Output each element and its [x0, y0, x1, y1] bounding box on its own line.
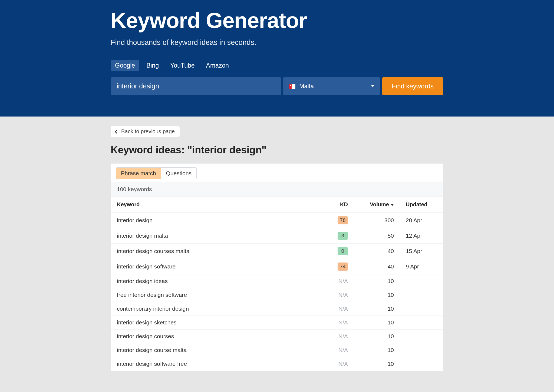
cell-kd: N/A	[324, 302, 354, 316]
cell-kd: 3	[324, 228, 354, 244]
match-tabs-row: Phrase matchQuestions	[111, 164, 443, 182]
column-header-keyword[interactable]: Keyword	[111, 197, 324, 213]
back-label: Back to previous page	[121, 128, 175, 135]
table-row: interior design7830020 Apr	[111, 213, 443, 228]
table-row: interior design courses malta04015 Apr	[111, 244, 443, 259]
table-row: interior design course maltaN/A10	[111, 343, 443, 357]
engine-tab-google[interactable]: Google	[111, 60, 139, 71]
cell-keyword[interactable]: free interior design software	[111, 288, 324, 302]
table-row: interior design ideasN/A10	[111, 274, 443, 288]
cell-kd: 0	[324, 244, 354, 259]
cell-keyword[interactable]: interior design course malta	[111, 343, 324, 357]
cell-updated	[400, 316, 443, 330]
keywords-table: Keyword KD Volume Updated interior desig…	[111, 197, 443, 371]
cell-updated: 12 Apr	[400, 228, 443, 244]
cell-volume: 10	[354, 330, 400, 343]
cell-keyword[interactable]: interior design ideas	[111, 274, 324, 288]
cell-updated: 15 Apr	[400, 244, 443, 259]
sort-desc-icon	[391, 204, 394, 206]
country-select[interactable]: Malta	[283, 77, 380, 95]
table-row: free interior design softwareN/A10	[111, 288, 443, 302]
kd-badge: 3	[338, 232, 348, 240]
cell-kd: N/A	[324, 274, 354, 288]
engine-tab-amazon[interactable]: Amazon	[202, 60, 233, 71]
engine-tabs: GoogleBingYouTubeAmazon	[111, 60, 443, 71]
table-row: interior design malta35012 Apr	[111, 228, 443, 244]
cell-volume: 10	[354, 288, 400, 302]
column-header-kd[interactable]: KD	[324, 197, 354, 213]
cell-volume: 10	[354, 274, 400, 288]
engine-tab-youtube[interactable]: YouTube	[166, 60, 199, 71]
page-title: Keyword Generator	[111, 8, 443, 33]
table-row: interior design software74409 Apr	[111, 259, 443, 274]
cell-volume: 10	[354, 343, 400, 357]
cell-volume: 300	[354, 213, 400, 228]
cell-updated	[400, 274, 443, 288]
cell-kd: N/A	[324, 357, 354, 371]
cell-volume: 10	[354, 316, 400, 330]
back-button[interactable]: Back to previous page	[111, 126, 180, 137]
table-row: contemporary interior designN/A10	[111, 302, 443, 316]
cell-keyword[interactable]: interior design software	[111, 259, 324, 274]
cell-keyword[interactable]: interior design courses malta	[111, 244, 324, 259]
cell-updated: 20 Apr	[400, 213, 443, 228]
cell-keyword[interactable]: interior design	[111, 213, 324, 228]
column-header-volume-label: Volume	[370, 201, 389, 207]
cell-volume: 50	[354, 228, 400, 244]
cell-updated	[400, 288, 443, 302]
kd-badge: 78	[338, 216, 348, 224]
hero: Keyword Generator Find thousands of keyw…	[0, 0, 554, 117]
table-row: interior design sketchesN/A10	[111, 316, 443, 330]
cell-kd: 78	[324, 213, 354, 228]
results-area: Back to previous page Keyword ideas: "in…	[0, 117, 554, 387]
cell-keyword[interactable]: interior design courses	[111, 330, 324, 343]
cell-kd: 74	[324, 259, 354, 274]
match-tab-phrase-match[interactable]: Phrase match	[116, 168, 161, 179]
results-title: Keyword ideas: "interior design"	[111, 144, 443, 156]
kd-badge: 0	[338, 247, 348, 255]
cell-keyword[interactable]: contemporary interior design	[111, 302, 324, 316]
flag-icon	[289, 84, 295, 89]
cell-volume: 10	[354, 302, 400, 316]
cell-keyword[interactable]: interior design malta	[111, 228, 324, 244]
cell-updated	[400, 330, 443, 343]
chevron-down-icon	[371, 85, 374, 87]
cell-updated	[400, 343, 443, 357]
column-header-updated[interactable]: Updated	[400, 197, 443, 213]
table-row: interior design software freeN/A10	[111, 357, 443, 371]
find-keywords-button[interactable]: Find keywords	[382, 77, 443, 95]
cell-keyword[interactable]: interior design sketches	[111, 316, 324, 330]
cell-kd: N/A	[324, 330, 354, 343]
cell-volume: 10	[354, 357, 400, 371]
kd-badge: 74	[338, 263, 348, 271]
cell-kd: N/A	[324, 343, 354, 357]
country-label: Malta	[299, 83, 314, 90]
keyword-count: 100 keywords	[111, 182, 443, 197]
cell-updated	[400, 357, 443, 371]
page-subtitle: Find thousands of keyword ideas in secon…	[111, 38, 443, 47]
cell-kd: N/A	[324, 316, 354, 330]
cell-volume: 40	[354, 244, 400, 259]
cell-updated	[400, 302, 443, 316]
chevron-left-icon	[115, 129, 118, 133]
column-header-volume[interactable]: Volume	[354, 197, 400, 213]
cell-keyword[interactable]: interior design software free	[111, 357, 324, 371]
match-tab-questions[interactable]: Questions	[161, 168, 197, 179]
results-card: Phrase matchQuestions 100 keywords Keywo…	[111, 163, 443, 371]
match-tab-group: Phrase matchQuestions	[116, 167, 197, 179]
cell-volume: 40	[354, 259, 400, 274]
cell-updated: 9 Apr	[400, 259, 443, 274]
engine-tab-bing[interactable]: Bing	[142, 60, 163, 71]
search-row: Malta Find keywords	[111, 77, 443, 95]
cell-kd: N/A	[324, 288, 354, 302]
keyword-input[interactable]	[111, 77, 281, 95]
table-row: interior design coursesN/A10	[111, 330, 443, 343]
